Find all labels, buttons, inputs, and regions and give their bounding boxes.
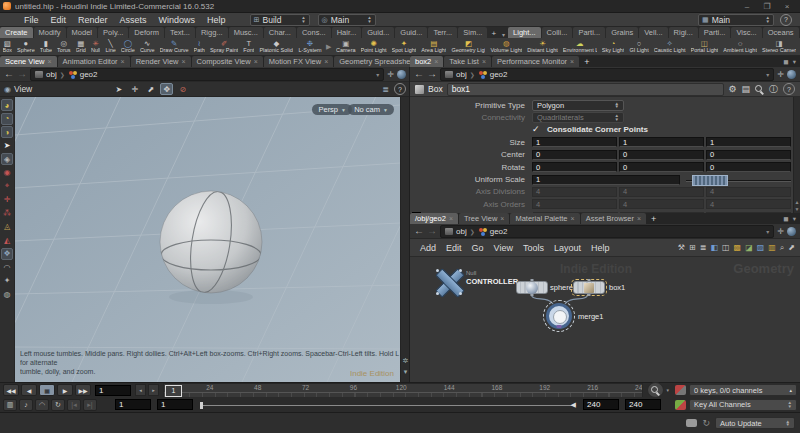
breadcrumb-root[interactable]: obj bbox=[456, 70, 467, 79]
info-icon[interactable]: ⓘ bbox=[769, 83, 778, 96]
pane-tab-motion-fx-view[interactable]: Motion FX View× bbox=[264, 56, 333, 67]
selection-mask-icon[interactable]: ⊘ bbox=[176, 83, 189, 95]
shelf-add-button[interactable]: + bbox=[488, 29, 499, 38]
key-all-dropdown[interactable]: Key All Channels bbox=[689, 399, 797, 411]
snap-off-icon[interactable]: ◉ bbox=[1, 167, 13, 179]
snapshot-icon[interactable]: ◍ bbox=[1, 288, 13, 300]
shelf-tab-char[interactable]: Char... bbox=[264, 27, 296, 38]
radial-menu-selector[interactable]: ◎ Main bbox=[318, 14, 376, 26]
current-frame-field[interactable]: 1 bbox=[95, 385, 131, 396]
breadcrumb-node[interactable]: geo2 bbox=[80, 70, 98, 79]
pin-icon[interactable]: ✛ bbox=[777, 227, 784, 236]
node-box1[interactable] bbox=[573, 281, 605, 294]
menu-file[interactable]: File bbox=[18, 15, 45, 25]
tool-draw-curve[interactable]: ✎Draw Curve bbox=[157, 38, 191, 55]
tool-caustic-light[interactable]: ✧Caustic Light bbox=[651, 38, 688, 55]
tool-l-system[interactable]: ❉L-System bbox=[296, 38, 324, 55]
tool-null[interactable]: ✳Null bbox=[88, 38, 102, 55]
tool-spot-light[interactable]: ✦Spot Light bbox=[389, 38, 419, 55]
shelf-tab-vell[interactable]: Vell... bbox=[639, 27, 667, 38]
display-options-icon[interactable]: ✦ bbox=[1, 275, 13, 287]
shelf-tab-rigg[interactable]: Rigg... bbox=[196, 27, 228, 38]
menu-help[interactable]: Help bbox=[201, 15, 232, 25]
pane-tab-box2[interactable]: box2× bbox=[410, 56, 443, 67]
new-pane-tab-button[interactable]: + bbox=[647, 214, 660, 224]
close-icon[interactable]: × bbox=[482, 58, 486, 65]
select-mode-icon[interactable]: ➤ bbox=[112, 83, 125, 95]
desktop-selector[interactable]: ⊞ Build bbox=[250, 14, 310, 26]
node-name-label[interactable]: box1 bbox=[609, 283, 625, 292]
step-back-button[interactable]: |◂ bbox=[67, 399, 81, 411]
pane-tab-animation-editor[interactable]: Animation Editor× bbox=[58, 56, 130, 67]
field-size-0[interactable]: 1 bbox=[532, 137, 617, 147]
path-dropdown-icon[interactable]: ▾ bbox=[766, 71, 769, 78]
slider-handle[interactable] bbox=[692, 175, 728, 186]
close-icon[interactable]: × bbox=[121, 58, 125, 65]
play-reverse-button[interactable]: ◀ bbox=[21, 384, 37, 396]
gear-icon[interactable]: ⚙ bbox=[728, 84, 736, 94]
pin-icon[interactable]: ✛ bbox=[777, 70, 784, 79]
grid-layout-icon[interactable]: ◧ bbox=[710, 243, 718, 252]
jump-up-icon[interactable]: ⬈ bbox=[788, 243, 795, 252]
pane-tab-obj-geo2[interactable]: /obj/geo2× bbox=[410, 213, 458, 224]
layout-single-view-icon[interactable]: ◕ bbox=[1, 99, 13, 111]
shelf-tab-guid[interactable]: Guid... bbox=[362, 27, 394, 38]
shelf-tab-hair[interactable]: Hair... bbox=[332, 27, 362, 38]
tool-path[interactable]: ≀Path bbox=[191, 38, 207, 55]
tool-sphere[interactable]: ●Sphere bbox=[14, 38, 37, 55]
menu-assets[interactable]: Assets bbox=[114, 15, 153, 25]
snap-depth-icon[interactable]: ◭ bbox=[1, 234, 13, 246]
tool-platonic-solids[interactable]: ◆Platonic Solids bbox=[257, 38, 296, 55]
tool-box[interactable]: ▧Box bbox=[0, 38, 14, 55]
parameter-scrollbar[interactable]: ▲▼ bbox=[793, 97, 800, 213]
close-icon[interactable]: × bbox=[47, 58, 51, 65]
shelf-tab-visc[interactable]: Visc... bbox=[731, 27, 761, 38]
field-size-2[interactable]: 1 bbox=[706, 137, 791, 147]
sync-icon[interactable]: ◠ bbox=[35, 399, 49, 411]
shelf-tab-create[interactable]: Create bbox=[0, 27, 33, 38]
sphere-object[interactable] bbox=[160, 191, 262, 293]
range-end-field-2[interactable]: 240 bbox=[625, 399, 661, 410]
keys-icon[interactable] bbox=[675, 385, 686, 395]
timeline-ruler[interactable]: 1 24487296120144168192216240 bbox=[163, 383, 643, 398]
network-menu-view[interactable]: View bbox=[489, 243, 518, 253]
network-menu-tools[interactable]: Tools bbox=[518, 243, 549, 253]
pane-maximize-icon[interactable]: ◼ bbox=[783, 58, 788, 66]
move-pivot-icon[interactable]: ✥ bbox=[160, 83, 173, 95]
shelf-tab-cons[interactable]: Cons... bbox=[297, 27, 331, 38]
breadcrumb-node[interactable]: geo2 bbox=[490, 70, 508, 79]
pane-tab-render-view[interactable]: Render View× bbox=[131, 56, 191, 67]
keys-summary-dropdown[interactable]: 0 keys, 0/0 channels ▴ bbox=[689, 384, 797, 396]
snap-multi-icon[interactable]: ◬ bbox=[1, 221, 13, 233]
close-button[interactable]: × bbox=[782, 2, 792, 11]
node-sphere1[interactable] bbox=[516, 281, 548, 294]
network-editor[interactable]: Indie Edition Geometry Null CONTROLLER s… bbox=[410, 257, 800, 382]
shelf-tab-grains[interactable]: Grains bbox=[606, 27, 638, 38]
back-icon[interactable]: ← bbox=[414, 226, 424, 236]
path-field[interactable]: obj ❯ geo2 ▾ bbox=[440, 68, 774, 81]
tool-ambient-light[interactable]: ◌Ambient Light bbox=[721, 38, 760, 55]
path-field[interactable]: obj ❯ geo2 ▾ bbox=[30, 68, 384, 81]
close-icon[interactable]: × bbox=[434, 58, 438, 65]
close-icon[interactable]: × bbox=[324, 58, 328, 65]
close-icon[interactable]: × bbox=[571, 215, 575, 222]
tool-camera[interactable]: ▣Camera bbox=[334, 38, 359, 55]
node-controller[interactable] bbox=[436, 269, 462, 295]
auto-update-dropdown[interactable]: Auto Update bbox=[715, 417, 795, 429]
menu-edit[interactable]: Edit bbox=[45, 15, 73, 25]
tool-spray-paint[interactable]: ✐Spray Paint bbox=[207, 38, 240, 55]
tool-curve[interactable]: ∿Curve bbox=[137, 38, 157, 55]
network-menu-add[interactable]: Add bbox=[415, 243, 441, 253]
axis-gadget-icon[interactable]: ✲ bbox=[403, 357, 409, 365]
range-start-field-2[interactable]: 1 bbox=[157, 399, 193, 410]
timeline-zoom-button[interactable] bbox=[647, 382, 664, 398]
scene-3d-view[interactable] bbox=[15, 97, 400, 382]
tool-grid[interactable]: ▦Grid bbox=[73, 38, 88, 55]
display-list-icon[interactable]: ≣ bbox=[382, 85, 389, 94]
slider-uniform-scale[interactable] bbox=[686, 175, 791, 185]
forward-icon[interactable]: → bbox=[17, 69, 27, 79]
shelf-tab-modify[interactable]: Modify bbox=[34, 27, 66, 38]
pane-tab-tree-view[interactable]: Tree View× bbox=[459, 213, 509, 224]
pane-tab-asset-browser[interactable]: Asset Browser× bbox=[581, 213, 646, 224]
field-center-1[interactable]: 0 bbox=[619, 150, 704, 160]
